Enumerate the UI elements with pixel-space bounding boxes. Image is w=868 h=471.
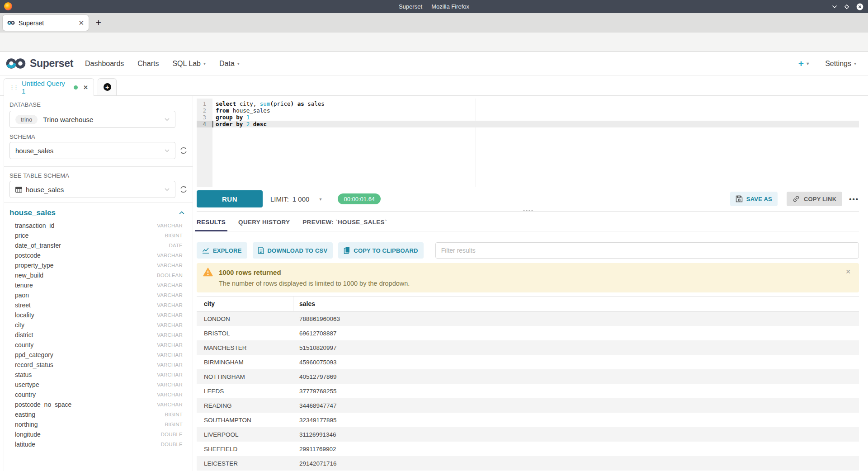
column-type: VARCHAR	[157, 312, 193, 318]
nav-item-sql-lab[interactable]: SQL Lab▾	[172, 60, 206, 68]
query-tab-close-icon[interactable]: ✕	[83, 84, 88, 91]
cell-city: SHEFFIELD	[197, 446, 293, 452]
nav-item-dashboards[interactable]: Dashboards	[85, 60, 124, 68]
cell-sales: 29142071716	[293, 460, 337, 467]
drag-handle-icon[interactable]: ⋮⋮	[9, 85, 18, 90]
column-name: record_status	[9, 361, 157, 368]
sql-line: 3group by 1	[197, 114, 859, 121]
brand-title[interactable]: Superset	[30, 57, 73, 70]
column-name: longitude	[9, 431, 161, 438]
alert-close-icon[interactable]: ✕	[845, 268, 851, 275]
pane-splitter[interactable]	[197, 211, 859, 212]
column-name: latitude	[9, 441, 161, 448]
cell-city: READING	[197, 402, 293, 409]
column-type: VARCHAR	[157, 392, 193, 397]
save-as-button[interactable]: SAVE AS	[730, 192, 778, 206]
browser-tab-superset[interactable]: Superset ✕	[3, 15, 89, 31]
alert-message: The number of rows displayed is limited …	[219, 280, 852, 287]
sqllab-workspace: ⋮⋮ Untitled Query 1 ✕ + DATABASE trino T…	[0, 76, 868, 471]
column-name: locality	[9, 311, 157, 319]
column-type: BIGINT	[165, 422, 193, 427]
table-schema-heading[interactable]: house_sales	[9, 208, 56, 217]
limit-dropdown[interactable]: LIMIT: 1 000 ▾	[270, 195, 321, 203]
refresh-table-icon[interactable]	[179, 185, 188, 193]
schema-select[interactable]: house_sales	[9, 142, 175, 159]
table-select[interactable]: house_sales	[9, 181, 175, 198]
schema-column-row: new_buildBOOLEAN	[9, 270, 193, 280]
schema-column-row: statusVARCHAR	[9, 370, 193, 380]
column-name: date_of_transfer	[9, 242, 169, 249]
download-csv-button[interactable]: DOWNLOAD TO CSV	[253, 242, 333, 259]
settings-menu[interactable]: Settings▾	[825, 60, 856, 68]
schema-column-row: priceBIGINT	[9, 231, 193, 240]
superset-logo[interactable]	[5, 57, 26, 70]
tab-close-icon[interactable]: ✕	[78, 19, 84, 26]
table-row: LEICESTER29142071716	[197, 456, 859, 471]
nav-item-data[interactable]: Data▾	[219, 60, 240, 68]
browser-toolbar: 217.160.120.143 :32393/superset/sqllab/ …	[0, 33, 868, 52]
close-icon[interactable]	[856, 3, 863, 10]
database-select[interactable]: trino Trino warehouse	[9, 111, 175, 128]
line-number: 1	[197, 100, 212, 107]
schema-column-row: tenureVARCHAR	[9, 280, 193, 290]
add-new-button[interactable]: +▾	[798, 58, 809, 69]
cell-sales: 45960075093	[293, 359, 337, 366]
cell-city: LEEDS	[197, 388, 293, 395]
column-name: paon	[9, 292, 157, 299]
maximize-icon[interactable]	[844, 4, 849, 9]
refresh-schema-icon[interactable]	[179, 146, 188, 155]
schema-column-row: postcodeVARCHAR	[9, 250, 193, 260]
copy-link-button[interactable]: COPY LINK	[787, 192, 842, 206]
column-type: DATE	[169, 243, 193, 248]
caret-down-icon: ▾	[237, 61, 240, 66]
chevron-up-icon[interactable]	[179, 211, 184, 215]
query-tabbar: ⋮⋮ Untitled Query 1 ✕ +	[0, 76, 868, 96]
column-type: BIGINT	[165, 233, 193, 238]
column-type: VARCHAR	[157, 283, 193, 288]
schema-column-row: longitudeDOUBLE	[9, 429, 193, 439]
column-name: city	[9, 321, 157, 329]
cell-sales: 788861960063	[293, 316, 340, 322]
results-tab-results[interactable]: RESULTS	[197, 219, 226, 226]
nav-item-charts[interactable]: Charts	[137, 60, 159, 68]
new-tab-button[interactable]: +	[93, 17, 104, 28]
query-tab-active[interactable]: ⋮⋮ Untitled Query 1 ✕	[4, 78, 94, 96]
explore-button[interactable]: EXPLORE	[197, 242, 247, 259]
column-name: postcode	[9, 252, 157, 259]
results-table-body: LONDON788861960063BRISTOL69612708887MANC…	[197, 311, 859, 471]
column-name: postcode_no_space	[9, 401, 157, 408]
table-row: SOUTHAMPTON32349177895	[197, 413, 859, 427]
results-tab-query-history[interactable]: QUERY HISTORY	[238, 219, 290, 226]
copy-clipboard-button[interactable]: COPY TO CLIPBOARD	[338, 242, 423, 259]
column-name: usertype	[9, 381, 157, 388]
elapsed-time-badge: 00:00:01.64	[338, 193, 381, 204]
sql-editor[interactable]: 1select city, sum(price) as sales2from h…	[197, 99, 859, 187]
sql-code: 1select city, sum(price) as sales2from h…	[197, 100, 859, 127]
sql-line-code: select city, sum(price) as sales	[212, 100, 859, 107]
more-actions-button[interactable]: •••	[849, 195, 859, 203]
filter-results-input[interactable]	[435, 242, 859, 259]
sql-line-code: group by 1	[212, 114, 859, 121]
schema-column-row: streetVARCHAR	[9, 300, 193, 310]
schema-column-row: record_statusVARCHAR	[9, 360, 193, 370]
window-controls	[832, 0, 863, 13]
cell-city: MANCHESTER	[197, 344, 293, 351]
results-tab-preview-house-sales[interactable]: PREVIEW: `HOUSE_SALES`	[302, 219, 387, 226]
warning-icon	[203, 268, 213, 277]
table-row: LEEDS37779768255	[197, 384, 859, 398]
column-header-city[interactable]: city	[197, 297, 293, 311]
column-name: new_build	[9, 272, 157, 279]
browser-tabstrip: Superset ✕ +	[0, 13, 868, 33]
column-type: VARCHAR	[157, 352, 193, 358]
schema-column-row: countyVARCHAR	[9, 340, 193, 350]
cell-city: BRISTOL	[197, 330, 293, 337]
minimize-icon[interactable]	[832, 5, 837, 9]
results-tabbar: RESULTSQUERY HISTORYPREVIEW: `HOUSE_SALE…	[197, 219, 859, 231]
run-button[interactable]: RUN	[197, 190, 263, 207]
column-name: status	[9, 371, 157, 378]
results-toolbar: EXPLORE DOWNLOAD TO CSV COPY TO CLIPBOAR…	[197, 242, 859, 259]
column-header-sales[interactable]: sales	[293, 297, 315, 311]
new-query-tab-button[interactable]: +	[98, 78, 117, 95]
cell-city: LIVERPOOL	[197, 431, 293, 438]
alert-title: 1000 rows returned	[219, 268, 281, 276]
